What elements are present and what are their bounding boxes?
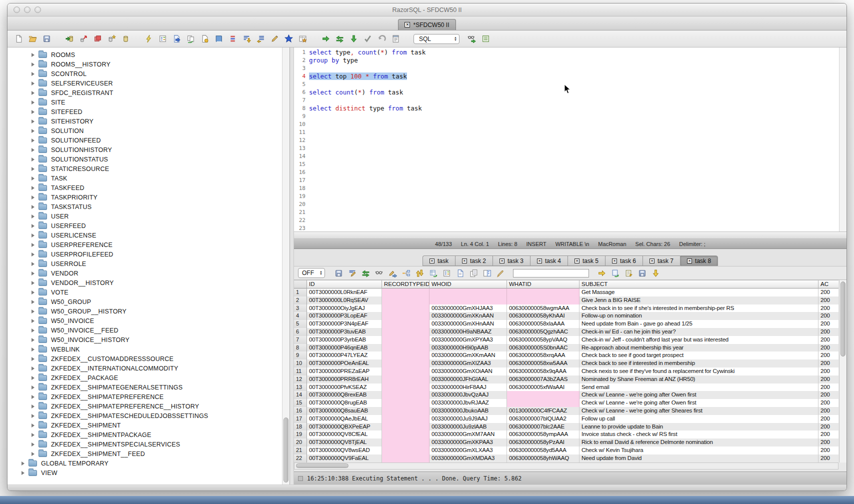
table-cell[interactable]: 0033000000GmXKnAAN [430,312,507,320]
new-document-button[interactable] [14,34,24,44]
table-cell[interactable]: 00T3000000QBXPeEAP [307,423,382,431]
table-hscroll-thumb[interactable] [296,464,348,468]
table-cell[interactable]: 006300000058xrqAAA [507,352,580,360]
table-cell[interactable] [382,360,430,368]
row-number-cell[interactable]: 15 [294,399,307,407]
tree-item[interactable]: SITEHISTORY [8,116,290,126]
table-cell[interactable]: 006300000058yPzAAI [507,438,580,446]
table-cell[interactable]: Check back to see if good target prospec… [580,352,818,360]
table-cell[interactable] [382,399,430,407]
table-cell[interactable] [382,384,430,392]
expand-triangle-icon[interactable] [32,395,34,399]
expand-triangle-icon[interactable] [32,424,34,428]
table-row[interactable]: 200T3000000L0RqSEAVGive Jenn a BIG RAISE… [294,296,838,304]
delete-selection-button[interactable] [92,34,102,44]
table-cell[interactable]: 00T3000000QV8TjEAL [307,438,382,446]
table-cell[interactable] [507,391,580,399]
connect-database-button[interactable] [64,34,74,44]
limit-select[interactable]: OFF ▲▼ [298,268,325,278]
close-tab-icon[interactable]: × [650,258,654,264]
expand-triangle-icon[interactable] [32,214,34,218]
code-line[interactable] [309,96,846,104]
code-line[interactable] [309,136,846,144]
row-number-cell[interactable]: 13 [294,384,307,392]
table-row[interactable]: 1900T3000000QV8CfEAL0033000000GmXM7AAN00… [294,430,838,438]
table-row[interactable]: 1600T3000000Q8sauEAB0033000000JbukoAAB00… [294,407,838,415]
save-changes-button[interactable] [637,268,647,278]
copy-cells-button[interactable] [468,268,478,278]
tree-item[interactable]: VENDOR__HISTORY [8,278,290,288]
table-cell[interactable]: 00T3000000QV8CfEAL [307,430,382,438]
column-header[interactable]: SUBJECT [580,280,818,288]
tree-item[interactable]: VOTE [8,288,290,297]
table-cell[interactable]: 006300000058yhWAAQ [507,454,580,462]
table-cell[interactable]: 00T3000000P47LYEAZ [307,352,382,360]
table-cell[interactable]: Follow-up on nomination [580,312,818,320]
expand-triangle-icon[interactable] [32,319,34,323]
table-cell[interactable]: 200 [818,407,838,415]
tree-item[interactable]: SOLUTIONSTATUS [8,154,290,164]
close-tab-icon[interactable]: × [404,22,410,28]
highlight-button[interactable] [496,268,506,278]
table-cell[interactable] [382,304,430,312]
tree-item[interactable]: W50_GROUP__HISTORY [8,306,290,316]
table-cell[interactable]: 00T3000000Q8rugEAB [307,399,382,407]
tree-item[interactable]: STATICRESOURCE [8,164,290,174]
table-cell[interactable]: Rick to email David & reference Delmonte… [580,438,818,446]
clipboard-history-button[interactable] [390,34,400,44]
row-number-cell[interactable]: 1 [294,288,307,296]
expand-triangle-icon[interactable] [32,110,34,114]
new-page-button[interactable] [455,268,465,278]
panel-splitter[interactable] [290,48,294,484]
table-cell[interactable]: 200 [818,376,838,384]
preview-button[interactable] [374,268,384,278]
code-line[interactable] [309,112,846,120]
code-line[interactable]: select top 100 * from task [309,72,846,80]
table-cell[interactable]: 200 [818,328,838,336]
table-cell[interactable]: 00630000007blQUAA2 [507,415,580,423]
expand-triangle-icon[interactable] [32,224,34,228]
table-cell[interactable]: 006300000058yKhAAI [507,312,580,320]
tree-item[interactable]: VIEW [8,468,290,478]
table-cell[interactable]: 200 [818,391,838,399]
table-cell[interactable]: 0033000000GmXHnAAN [430,320,507,328]
new-database-object-button[interactable] [106,34,116,44]
editor-scrollbar[interactable] [839,48,846,232]
expand-triangle-icon[interactable] [32,357,34,361]
tree-item[interactable]: SOLUTIONFEED [8,136,290,145]
table-cell[interactable]: 0033000000JbukoAAB [430,407,507,415]
reload-table-button[interactable] [428,268,438,278]
table-cell[interactable] [382,454,430,462]
tree-item[interactable]: USERFEED [8,221,290,230]
table-cell[interactable]: 006300000058x9qAAA [507,368,580,376]
table-cell[interactable]: 200 [818,415,838,423]
expand-triangle-icon[interactable] [32,120,34,124]
table-cell[interactable]: 200 [818,423,838,431]
table-cell[interactable]: 0033000000GmXPYAA3 [430,336,507,344]
table-cell[interactable]: Nominated by Shane Freeman at ANZ (HR50) [580,376,818,384]
table-row[interactable]: 500T3000000P3N4pEAF0033000000GmXHnAAN006… [294,320,838,328]
result-tab[interactable]: ×task 6 [605,256,642,266]
tree-item[interactable]: ZKFEDEX__SHIPMATEGENERALSETTINGS [8,382,290,392]
tree-item[interactable]: SITEFEED [8,107,290,116]
row-number-cell[interactable]: 6 [294,328,307,336]
form-view-button[interactable] [442,268,452,278]
export-results-button[interactable] [172,34,182,44]
table-cell[interactable]: 200 [818,430,838,438]
table-row[interactable]: 1800T3000000QBXPeEAP0033000000Ju9zlAAB00… [294,423,838,431]
sql-reference-button[interactable] [214,34,224,44]
tree-item[interactable]: USERROLE [8,259,290,268]
edit-sql-button[interactable] [270,34,280,44]
table-cell[interactable] [430,288,507,296]
export-table-button[interactable] [610,268,620,278]
expand-triangle-icon[interactable] [32,205,34,209]
sidebar-scrollbar[interactable] [282,48,290,484]
table-cell[interactable]: Get Massage [580,288,818,296]
refresh-results-button[interactable] [360,268,370,278]
tree-item[interactable]: SOLUTION [8,126,290,136]
code-line[interactable] [309,64,846,72]
row-number-cell[interactable]: 8 [294,344,307,352]
save-results-button[interactable] [334,268,344,278]
table-cell[interactable] [382,368,430,376]
expand-triangle-icon[interactable] [32,300,34,304]
